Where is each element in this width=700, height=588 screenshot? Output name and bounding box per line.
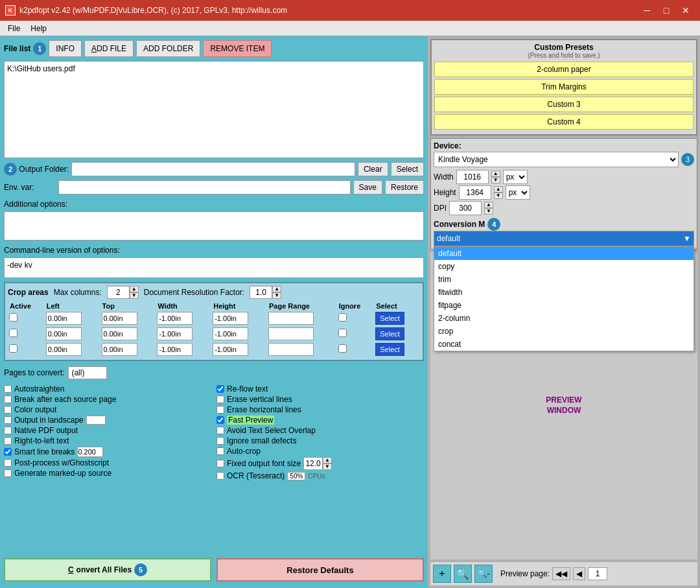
preview-page-input[interactable] — [588, 567, 607, 580]
conv-option-default[interactable]: default — [434, 247, 694, 260]
cb-native-pdf-input[interactable] — [4, 427, 12, 434]
additional-options-input[interactable] — [4, 211, 424, 241]
cb-fast-preview-input[interactable] — [216, 416, 224, 424]
cb-ignore-defects-input[interactable] — [216, 437, 224, 445]
menu-file[interactable]: File — [3, 23, 25, 34]
crop-ignore-1[interactable] — [338, 313, 347, 322]
width-up[interactable]: ▲ — [491, 171, 500, 177]
cb-break-after-input[interactable] — [4, 395, 12, 403]
crop-width-2[interactable] — [157, 327, 192, 340]
crop-active-2[interactable] — [9, 329, 18, 337]
output-folder-input[interactable] — [71, 162, 355, 176]
info-button[interactable]: INFO — [49, 40, 82, 57]
restore-output-button[interactable]: Restore — [385, 180, 424, 194]
crop-active-1[interactable] — [9, 313, 18, 322]
env-var-input[interactable] — [58, 180, 351, 194]
conv-option-concat[interactable]: concat — [434, 338, 694, 351]
cb-reflow-input[interactable] — [216, 385, 224, 393]
cb-erase-horizontal-input[interactable] — [216, 406, 224, 414]
font-size-up[interactable]: ▲ — [323, 457, 332, 464]
crop-width-3[interactable] — [157, 343, 192, 356]
height-unit-select[interactable]: px in cm — [506, 185, 530, 200]
zoom-out-button[interactable]: 🔍- — [474, 565, 493, 583]
height-down[interactable]: ▼ — [494, 193, 503, 199]
preset-2col-paper[interactable]: 2-column paper — [434, 62, 694, 77]
convert-button[interactable]: C onvert All Files 5 — [4, 558, 211, 582]
crop-range-1[interactable] — [268, 312, 314, 325]
cb-color-output-input[interactable] — [4, 406, 12, 414]
menu-help[interactable]: Help — [25, 23, 52, 34]
crop-height-3[interactable] — [213, 343, 248, 356]
crop-range-2[interactable] — [268, 327, 314, 340]
add-folder-button[interactable]: ADD FOLDER — [136, 40, 200, 57]
nav-first-button[interactable]: ◀◀ — [552, 567, 570, 580]
crop-ignore-2[interactable] — [338, 329, 347, 337]
remove-item-button[interactable]: REMOVE ITEM — [203, 40, 272, 57]
cb-autocrop-input[interactable] — [216, 447, 224, 455]
font-size-spinner[interactable]: 12.0 ▲ ▼ — [303, 457, 332, 470]
dpi-up[interactable]: ▲ — [484, 202, 493, 208]
width-unit-select[interactable]: px in cm — [503, 170, 528, 184]
minimize-button[interactable]: ─ — [638, 3, 656, 18]
doc-res-spinner[interactable]: 1.0 ▲ ▼ — [250, 286, 281, 299]
cb-autostraighten-input[interactable] — [4, 385, 12, 393]
device-select[interactable]: Kindle Voyage Kindle Paperwhite Custom — [434, 152, 679, 167]
cb-ocr-input[interactable] — [216, 472, 224, 480]
max-cols-down[interactable]: ▼ — [130, 292, 139, 299]
add-file-button[interactable]: ADD FILE — [84, 40, 134, 57]
crop-select-3[interactable]: Select — [375, 343, 404, 356]
pages-input[interactable] — [68, 366, 107, 379]
doc-res-up[interactable]: ▲ — [272, 286, 281, 292]
cb-font-size-input[interactable] — [216, 460, 224, 467]
conv-option-fitwidth[interactable]: fitwidth — [434, 286, 694, 299]
width-down[interactable]: ▼ — [491, 177, 500, 183]
crop-width-1[interactable] — [157, 312, 192, 325]
dpi-down[interactable]: ▼ — [484, 208, 493, 215]
zoom-in-button[interactable]: 🔍 — [454, 565, 472, 583]
cb-erase-vertical-input[interactable] — [216, 395, 224, 403]
crop-select-1[interactable]: Select — [375, 312, 404, 325]
conv-mode-selected[interactable]: default ▼ — [434, 231, 694, 246]
crop-ignore-3[interactable] — [338, 344, 347, 353]
crop-left-2[interactable] — [46, 327, 82, 340]
doc-res-down[interactable]: ▼ — [272, 292, 281, 299]
height-up[interactable]: ▲ — [494, 186, 503, 193]
cb-smart-breaks-input[interactable] — [4, 448, 12, 456]
max-cols-up[interactable]: ▲ — [130, 286, 139, 292]
zoom-fit-button[interactable]: + — [433, 565, 451, 583]
crop-range-3[interactable] — [268, 343, 314, 356]
conv-option-crop[interactable]: crop — [434, 325, 694, 338]
font-size-down[interactable]: ▼ — [323, 464, 332, 470]
dpi-input[interactable] — [449, 201, 482, 215]
preset-custom3[interactable]: Custom 3 — [434, 97, 694, 112]
restore-defaults-button[interactable]: Restore Defaults — [216, 558, 424, 582]
crop-left-1[interactable] — [46, 312, 82, 325]
close-button[interactable]: ✕ — [677, 3, 695, 18]
landscape-color-input[interactable] — [86, 416, 106, 425]
preset-custom4[interactable]: Custom 4 — [434, 114, 694, 130]
crop-select-2[interactable]: Select — [375, 327, 404, 340]
conv-option-trim[interactable]: trim — [434, 273, 694, 286]
conv-option-copy[interactable]: copy — [434, 260, 694, 273]
crop-active-3[interactable] — [9, 344, 18, 353]
cb-ghostscript-input[interactable] — [4, 459, 12, 467]
save-button[interactable]: Save — [353, 180, 382, 194]
cb-text-overlap-input[interactable] — [216, 427, 224, 434]
clear-button[interactable]: Clear — [358, 162, 388, 176]
crop-height-1[interactable] — [213, 312, 248, 325]
smart-breaks-value[interactable] — [77, 447, 103, 457]
crop-top-1[interactable] — [102, 312, 137, 325]
maximize-button[interactable]: □ — [657, 3, 675, 18]
nav-prev-button[interactable]: ◀ — [573, 567, 585, 580]
crop-top-3[interactable] — [102, 343, 137, 356]
max-cols-spinner[interactable]: 2 ▲ ▼ — [107, 286, 139, 299]
cb-rtl-input[interactable] — [4, 437, 12, 445]
preset-trim-margins[interactable]: Trim Margins — [434, 79, 694, 95]
height-input[interactable] — [459, 185, 491, 200]
cb-markup-source-input[interactable] — [4, 469, 12, 477]
crop-left-3[interactable] — [46, 343, 82, 356]
conv-mode-dropdown[interactable]: default ▼ default copy trim fitwidth fit… — [434, 231, 694, 246]
cb-landscape-input[interactable] — [4, 416, 12, 424]
output-select-button[interactable]: Select — [391, 162, 424, 176]
crop-top-2[interactable] — [102, 327, 137, 340]
